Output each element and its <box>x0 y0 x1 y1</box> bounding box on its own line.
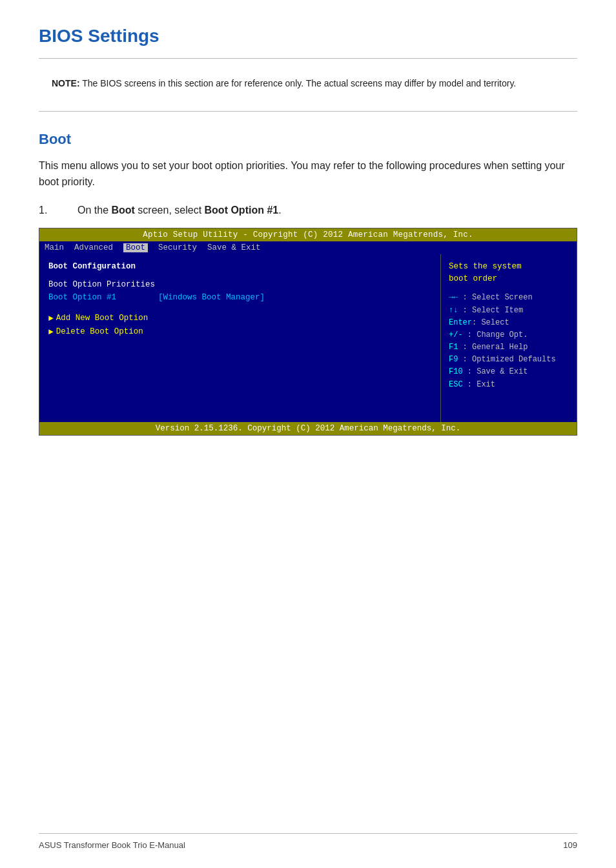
bios-key-f9: F9 : Optimized Defaults <box>449 354 569 366</box>
bios-add-option-label: Add New Boot Option <box>56 314 149 323</box>
bios-body: Boot Configuration Boot Option Prioritie… <box>39 254 577 422</box>
delete-option-triangle-icon: ► <box>48 327 54 337</box>
bios-key-select-screen: →← : Select Screen <box>449 292 569 304</box>
page-footer: ASUS Transformer Book Trio E-Manual 109 <box>39 833 577 850</box>
menu-boot[interactable]: Boot <box>123 243 148 252</box>
note-label: NOTE: <box>52 78 80 88</box>
bios-key-f1: F1 : General Help <box>449 341 569 354</box>
section-title: Boot <box>39 131 577 148</box>
bios-boot-option-1-row[interactable]: Boot Option #1 [Windows Boot Manager] <box>48 293 431 302</box>
menu-main[interactable]: Main <box>45 243 64 252</box>
bios-key-esc: ESC : Exit <box>449 379 569 391</box>
bottom-divider <box>39 111 577 112</box>
bios-right-panel: Sets the systemboot order →← : Select Sc… <box>441 254 577 422</box>
section-desc: This menu allows you to set your boot op… <box>39 158 577 190</box>
bios-priorities-label: Boot Option Priorities <box>48 280 431 289</box>
note-body: The BIOS screens in this section are for… <box>80 78 517 88</box>
step-bold2: Boot Option #1 <box>205 205 279 216</box>
step-1: 1. On the Boot screen, select Boot Optio… <box>39 205 577 216</box>
bios-title-bar: Aptio Setup Utility - Copyright (C) 2012… <box>39 228 577 241</box>
page-title: BIOS Settings <box>39 26 577 46</box>
bios-boot-option-1-value: [Windows Boot Manager] <box>158 293 265 302</box>
page-container: BIOS Settings NOTE: The BIOS screens in … <box>0 0 616 487</box>
menu-security[interactable]: Security <box>158 243 197 252</box>
bios-key-change-opt: +/- : Change Opt. <box>449 329 569 341</box>
note-text: NOTE: The BIOS screens in this section a… <box>52 77 564 90</box>
step-number: 1. <box>39 205 77 216</box>
bios-delete-option-label: Delete Boot Option <box>56 327 143 336</box>
step-text-before: On the <box>77 205 111 216</box>
note-box: NOTE: The BIOS screens in this section a… <box>39 70 577 99</box>
bios-boot-option-1-label: Boot Option #1 <box>48 293 152 302</box>
bios-boot-config-label: Boot Configuration <box>48 262 431 271</box>
footer-right: 109 <box>563 840 577 850</box>
bios-key-f10: F10 : Save & Exit <box>449 366 569 378</box>
step-text-mid: screen, select <box>135 205 205 216</box>
step-text: On the Boot screen, select Boot Option #… <box>77 205 282 216</box>
add-option-triangle-icon: ► <box>48 314 54 323</box>
bios-footer: Version 2.15.1236. Copyright (C) 2012 Am… <box>39 422 577 435</box>
bios-key-select-item: ↑↓ : Select Item <box>449 305 569 317</box>
bios-add-option[interactable]: ► Add New Boot Option <box>48 314 431 323</box>
bios-help-text: Sets the systemboot order <box>449 261 569 286</box>
top-divider <box>39 58 577 59</box>
bios-screen: Aptio Setup Utility - Copyright (C) 2012… <box>39 228 577 436</box>
step-bold1: Boot <box>111 205 134 216</box>
bios-key-enter: Enter: Select <box>449 317 569 329</box>
bios-delete-option[interactable]: ► Delete Boot Option <box>48 327 431 337</box>
bios-keys: →← : Select Screen ↑↓ : Select Item Ente… <box>449 292 569 391</box>
step-text-after: . <box>278 205 281 216</box>
footer-left: ASUS Transformer Book Trio E-Manual <box>39 840 185 850</box>
menu-save-exit[interactable]: Save & Exit <box>207 243 261 252</box>
bios-left-panel: Boot Configuration Boot Option Prioritie… <box>39 254 441 422</box>
menu-advanced[interactable]: Advanced <box>74 243 113 252</box>
bios-menu-bar: Main Advanced Boot Security Save & Exit <box>39 241 577 254</box>
